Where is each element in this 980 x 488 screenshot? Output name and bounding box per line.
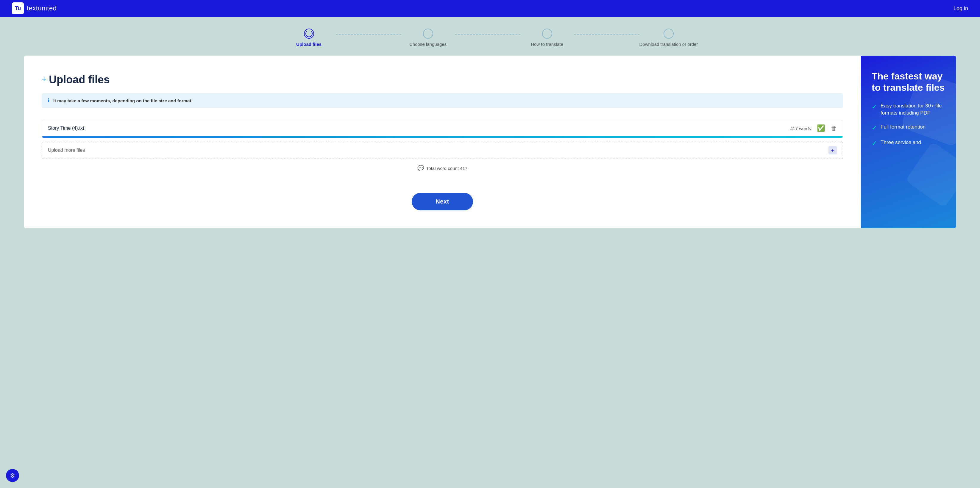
file-word-count: 417 words	[791, 126, 811, 131]
progress-bar-fill	[42, 136, 843, 138]
right-panel-heading: The fastest way to translate files	[872, 70, 945, 94]
feature-text-1: Full format retention	[881, 124, 926, 130]
feature-item-1: ✓ Full format retention	[872, 124, 945, 132]
delete-icon[interactable]: 🗑	[831, 125, 837, 132]
total-word-count: 💬 Total word count 417	[42, 165, 843, 172]
step-label-upload: Upload files	[296, 42, 321, 47]
file-right: 417 words ✅ 🗑	[791, 124, 837, 132]
header: Tu textunited Log in	[0, 0, 980, 17]
step-label-languages: Choose languages	[409, 42, 447, 47]
total-word-count-label: Total word count 417	[426, 166, 468, 171]
word-count-icon: 💬	[417, 165, 424, 172]
add-file-icon: ＋	[829, 146, 837, 154]
help-widget[interactable]: ⚙	[6, 469, 19, 482]
check-circle-icon: ✅	[817, 124, 825, 132]
feature-text-2: Three service and	[881, 139, 921, 146]
step-circle-download	[663, 29, 674, 39]
step-circle-upload	[304, 29, 314, 39]
file-item: Story Time (4).txt 417 words ✅ 🗑	[42, 120, 843, 138]
logo-area: Tu textunited	[12, 2, 57, 14]
step-upload: Upload files	[282, 29, 336, 47]
steps-container: Upload files Choose languages How to tra…	[0, 17, 980, 56]
feature-text-0: Easy translation for 30+ file formats in…	[881, 102, 945, 117]
step-download: Download translation or order	[640, 29, 698, 47]
step-label-download: Download translation or order	[640, 42, 698, 47]
plus-icon: +	[42, 75, 46, 83]
progress-bar-container	[42, 136, 843, 138]
step-connector-3	[574, 34, 640, 35]
help-icon: ⚙	[10, 472, 15, 479]
step-label-translate: How to translate	[531, 42, 563, 47]
info-circle-icon: ℹ	[48, 97, 50, 104]
logo-icon: Tu	[12, 2, 24, 14]
upload-title-row: + Upload files	[42, 73, 843, 86]
feature-item-2: ✓ Three service and	[872, 139, 945, 147]
right-panel: The fastest way to translate files ✓ Eas…	[861, 56, 956, 228]
step-circle-translate	[542, 29, 552, 39]
logo-text: textunited	[27, 5, 57, 12]
login-link[interactable]: Log in	[953, 5, 968, 12]
info-banner: ℹ It may take a few moments, depending o…	[42, 93, 843, 108]
step-connector-2	[455, 34, 520, 35]
feature-list: ✓ Easy translation for 30+ file formats …	[872, 102, 945, 148]
file-row: Story Time (4).txt 417 words ✅ 🗑	[48, 124, 837, 136]
step-languages: Choose languages	[401, 29, 455, 47]
file-name: Story Time (4).txt	[48, 126, 84, 131]
page-title: Upload files	[49, 73, 110, 86]
next-button[interactable]: Next	[412, 193, 473, 210]
upload-more-button[interactable]: Upload more files ＋	[42, 141, 843, 159]
main-content: + Upload files ℹ It may take a few momen…	[24, 56, 956, 228]
feature-item-0: ✓ Easy translation for 30+ file formats …	[872, 102, 945, 117]
feature-check-icon-1: ✓	[872, 124, 877, 132]
step-connector-1	[336, 34, 401, 35]
feature-check-icon-2: ✓	[872, 140, 877, 147]
feature-check-icon-0: ✓	[872, 103, 877, 111]
left-panel: + Upload files ℹ It may take a few momen…	[24, 56, 861, 228]
step-circle-languages	[423, 29, 433, 39]
next-btn-container: Next	[42, 193, 843, 210]
info-banner-text: It may take a few moments, depending on …	[53, 98, 192, 103]
step-translate: How to translate	[520, 29, 574, 47]
upload-more-text: Upload more files	[48, 148, 85, 153]
